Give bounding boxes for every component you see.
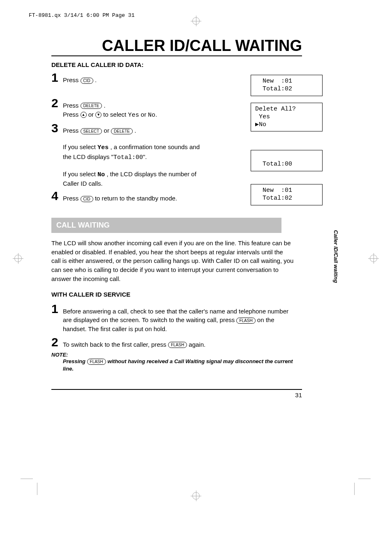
step-1-num: 1 (51, 71, 63, 84)
crop-bl-h (21, 479, 33, 479)
print-slug: FT-8981.qx 3/14/1 6:00 PM Page 31 (29, 12, 134, 18)
page-number: 31 (51, 391, 302, 398)
step-3-line1-a: Press (63, 127, 81, 134)
step-1: 1 Press CID . (51, 71, 203, 85)
step-2-yes: Yes (128, 112, 139, 119)
call-waiting-paragraph: The LCD will show another incoming call … (51, 239, 294, 283)
step-4-text-a: Press (63, 195, 81, 202)
lcd-display-4: New :01 Total:02 (251, 184, 323, 205)
step-3-no-a: If you select (63, 170, 97, 177)
step-3: 3 Press SELECT or DELETE . (51, 122, 203, 135)
flash-button-icon: FLASH (236, 318, 255, 324)
subhead-with-caller-id: WITH CALLER ID SERVICE (51, 291, 302, 298)
reg-mark-bottom-v (196, 491, 196, 501)
lcd-display-2: Delete All? Yes ▶No (251, 103, 323, 131)
step-2-line1-b: . (102, 102, 105, 109)
section-heading-delete: DELETE ALL CALLER ID DATA: (51, 61, 302, 68)
crop-bl-v (37, 483, 37, 495)
step-3-line1-b: . (133, 127, 136, 134)
reg-mark-top-v (196, 16, 196, 26)
crop-br-v (354, 483, 355, 495)
step-1-text-a: Press (63, 76, 81, 83)
cw-step-2: 2 To switch back to the first caller, pr… (51, 336, 294, 349)
step-2-no: No (148, 112, 155, 119)
step-4: 4 Press CID to return to the standby mod… (51, 190, 203, 203)
step-3-yes-block: If you select Yes , a confirmation tone … (63, 143, 203, 162)
crop-br-h (358, 479, 371, 479)
page-title: CALLER ID/CALL WAITING (51, 37, 302, 56)
step-2-line1-a: Press (63, 102, 81, 109)
step-2-line2-b: to select (101, 111, 128, 118)
cw-step-2-a: To switch back to the first caller, pres… (63, 341, 168, 348)
flash-button-icon-2: FLASH (168, 342, 187, 348)
step-3-no-block: If you select No , the LCD displays the … (63, 170, 203, 189)
note-text: Pressing FLASH without having received a… (63, 358, 302, 373)
step-2-num: 2 (51, 97, 63, 109)
delete-button-icon-2: DELETE (111, 128, 133, 134)
step-2-or: or (139, 111, 148, 118)
step-3-yes-a: If you select (63, 143, 97, 150)
footer-rule (51, 389, 302, 390)
section-bar-call-waiting: CALL WAITING (51, 218, 281, 233)
note-label: NOTE: (51, 352, 302, 358)
step-2-line2-mid: or (87, 111, 96, 118)
lcd-display-3: Total:00 (251, 150, 323, 171)
cw-step-2-num: 2 (51, 336, 63, 348)
side-tab-label: Caller ID/Call waiting (333, 230, 339, 283)
up-arrow-icon: ▲ (81, 112, 87, 118)
lcd-display-1: New :01 Total:02 (251, 75, 323, 96)
step-3-yes-val: Yes (97, 144, 108, 151)
step-4-text-b: to return to the standby mode. (93, 195, 177, 202)
step-2-end: . (155, 111, 157, 118)
step-3-line1-mid: or (102, 127, 111, 134)
step-2-line2-a: Press (63, 111, 81, 118)
step-2: 2 Press DELETE . Press ▲ or ▼ to select … (51, 97, 203, 120)
step-1-text-b: . (93, 76, 97, 83)
cw-step-1: 1 Before answering a call, check to see … (51, 303, 294, 334)
note-a: Pressing (63, 358, 87, 364)
cid-button-icon: CID (81, 78, 93, 84)
down-arrow-icon: ▼ (95, 112, 101, 118)
reg-mark-right-v (374, 253, 374, 264)
step-3-no-val: No (97, 171, 105, 178)
reg-mark-left-v (18, 253, 18, 264)
step-3-num: 3 (51, 122, 63, 134)
step-3-yes-c: ". (143, 153, 147, 160)
cw-step-2-b: again. (187, 341, 205, 348)
cid-button-icon-2: CID (81, 196, 93, 202)
flash-button-icon-3: FLASH (87, 359, 106, 365)
step-3-yes-lcd: Total:00 (113, 154, 143, 161)
delete-button-icon: DELETE (81, 103, 102, 109)
cw-step-1-num: 1 (51, 303, 63, 315)
step-4-num: 4 (51, 190, 63, 202)
select-button-icon: SELECT (81, 128, 102, 134)
